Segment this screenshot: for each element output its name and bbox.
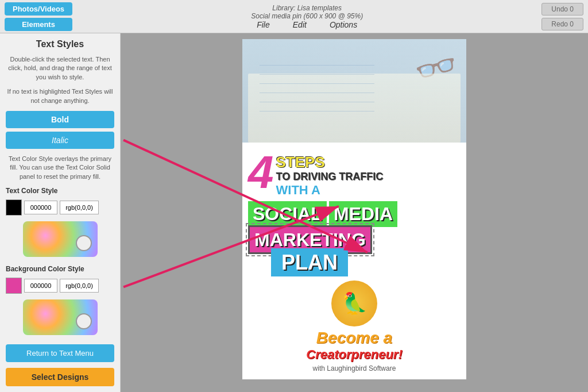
notebook-lines [260,56,374,112]
social-media-info: Social media pin (600 x 900 @ 95%) [251,12,363,20]
canvas-steps: STEPS [276,154,384,171]
top-center-info: Library: Lisa templates Social media pin… [77,4,537,29]
main-layout: Text Styles Double-click the selected te… [0,33,588,392]
text-color-style-label: Text Color Style [6,187,114,195]
italic-button[interactable]: Italic [6,132,114,149]
bg-color-gradient-picker[interactable]: 🖊 [23,299,98,335]
top-bar: Photos/Videos Elements Library: Lisa tem… [0,0,588,33]
return-to-text-menu-button[interactable]: Return to Text Menu [6,344,114,362]
edit-menu[interactable]: Edit [293,20,307,29]
steps-block: STEPS TO DRIVING TRAFFIC WITH A [276,149,384,198]
redo-button[interactable]: Redo 0 [541,18,583,30]
canvas-become: Become a [316,329,392,347]
canvas-photo-section: 👓 [242,39,466,143]
sidebar-title: Text Styles [6,39,114,49]
canvas-to-driving-traffic: TO DRIVING TRAFFIC [276,171,384,183]
sidebar-description: Double-click the selected text. Then cli… [6,55,114,82]
photos-videos-button[interactable]: Photos/Videos [5,2,72,16]
file-menu[interactable]: File [257,20,270,29]
bg-color-swatch[interactable] [6,278,22,294]
eyedropper-icon-2: 🖊 [82,318,91,328]
text-color-swatch[interactable] [6,199,22,216]
canvas: 👓 4 [242,39,466,379]
social-media-block: SOCIAL MEDIA [248,201,461,227]
canvas-wrapper: 👓 4 [242,39,466,379]
canvas-plan: PLAN [271,248,348,276]
text-color-overlay-desc: Text Color Style overlays the primary fi… [6,155,114,181]
elements-button[interactable]: Elements [5,18,72,31]
top-menu: File Edit Options [257,20,357,29]
undo-button[interactable]: Undo 0 [541,3,583,16]
bottom-logo: 🦜 Become a Creatorpreneur! with Laughing… [248,280,461,372]
bg-color-rgb-input[interactable] [60,279,99,293]
text-color-hex-input[interactable] [24,201,57,214]
bg-color-hex-input[interactable] [24,279,57,293]
top-bar-buttons: Photos/Videos Elements [5,2,72,31]
marketing-block: MARKETING [248,229,461,251]
canvas-media: MEDIA [329,201,397,227]
canvas-creatorpreneur: Creatorpreneur! [306,347,402,362]
sidebar-if-no-text: If no text is highlighted Text Styles wi… [6,87,114,105]
headline-row: 4 STEPS TO DRIVING TRAFFIC WITH A [248,149,461,198]
top-right-buttons: Undo 0 Redo 0 [541,3,583,30]
eyedropper-icon: 🖊 [82,240,91,250]
bg-color-style-label: Background Color Style [6,265,114,273]
canvas-with-a: WITH A [276,183,384,198]
bold-button[interactable]: Bold [6,111,114,128]
plan-container: PLAN [248,251,461,275]
canvas-text-area: 4 STEPS TO DRIVING TRAFFIC WITH A SOCIAL… [242,143,466,379]
text-color-gradient-picker[interactable]: 🖊 [23,221,98,257]
canvas-laughingbird: with Laughingbird Software [313,364,396,372]
options-menu[interactable]: Options [330,20,357,29]
parrot-icon: 🦜 [331,280,377,326]
sidebar: Text Styles Double-click the selected te… [0,33,121,392]
library-info: Library: Lisa templates [272,4,342,12]
canvas-number: 4 [248,149,274,195]
canvas-social: SOCIAL [248,201,327,227]
canvas-area: 👓 4 [121,33,588,392]
select-designs-button[interactable]: Select Designs [6,368,114,386]
text-color-rgb-input[interactable] [60,201,99,214]
bg-color-row [6,278,114,294]
text-color-row [6,199,114,216]
